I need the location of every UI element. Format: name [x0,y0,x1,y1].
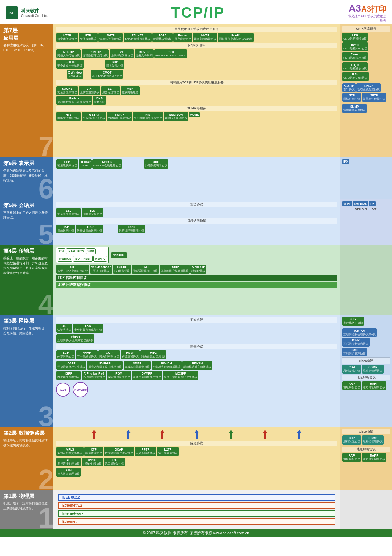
proto-lpr: LPRUNIX远程打印协议 [342,33,368,41]
up-arrows [56,429,337,440]
arrow-red-3 [263,430,267,439]
proto-ospf: OSPF开放最短路径优先协议 [56,361,86,370]
routing-protocols-label: 路由协议 [56,344,337,349]
proto-shttp: S-HTTP安全超文本传输协议 [56,60,84,68]
arrow-blue-3 [297,430,301,439]
proto-smb: SMB [86,248,96,254]
arrow-blue-1 [126,430,131,439]
layer3-content: 安全协议 AH认证头协议 ESP安全封装有效载荷协议 IP/IPv6互联网协议/… [53,315,340,427]
proto-ipinip: IPinIPIP套IP封装协议 [82,458,103,466]
addr-resolve-label-l2: 地址解析协议 [342,447,390,452]
proto-ethernet: Ethernet [58,518,335,525]
proto-xwindow: X-WindowX-Window [67,70,83,79]
layer3-security: AH认证头协议 ESP安全封装有效载荷协议 [56,323,337,333]
layer5-right-protocols: VFRP NeTBIOS IPX [342,201,390,207]
proto-ipx-l5: IPX [369,201,376,206]
proto-msrpc: MSRPC [93,256,107,262]
proto-dap: DAP目录访问协议 [56,225,75,233]
proto-icmpv6: ICMPv6互联网控制信息协议第6版 [342,328,377,337]
header: KL 科来软件 Colasoft Co., Ltd. TCP/IP A3A3打印… [0,0,392,24]
proto-xot: XOT基于TCP之上的X.25协议 [56,265,89,273]
layer3-routing2: OSPF开放最短路径优先协议 IE-IRGP增强内部网关路由选择协议 VRRP虚… [56,361,337,370]
a3-print-label: A3A3打印 [348,3,386,14]
layer7-desc: 第7层 应用层 各种应用程序协议，如HTTP、FTP、SMTP、POP3。 7 [0,24,53,157]
main-title: TCP/IP [48,4,348,21]
proto-xdp: XDP外部数据表示协议 [144,159,168,168]
proto-socks: SOCKS安全套接字协议 [56,86,78,95]
layer5-title: 第5层 会话层 [4,202,50,209]
layer3-right-main: SLIP串行线路IP协议 [342,316,390,326]
both-services-label: 同时使用TCP和UDP协议的应用层服务 [56,80,337,85]
layer3-routing: EGP外部网关协议 NHRP下一跳解析协议 GGP网关到网关协议 RSVP资源预… [56,350,337,359]
proto-rpc-l5: RPC远程过程调用用协议 [118,225,145,233]
proto-mobile-ip: Mobile IP移动IP协议 [190,265,206,273]
proto-nntp: NNTP网络新闻传输协议 [193,33,217,42]
proto-pim-dm: PIM-DM密集模式独立组播协议 [152,361,182,370]
proto-vfrp: VFRP [342,201,352,206]
vines-label: VINES NETRPC [342,207,390,211]
proto-ip-ipv6: IP/IPv6互联网协议/互联网协议第6版 [56,334,94,343]
layer3-title: 第3层 网络层 [4,318,50,324]
layer2-right: Cisco协议 CDP思科发现协议 CGMP思科组管理协议 地址解析协议 ARP… [340,427,392,490]
footer: © 2007 科来软件 版权所有 保留所有版权 www.colasoft.com… [0,529,392,537]
proto-van-jacobson: Van Jacobson压缩TCP协议 [90,265,112,273]
proto-mospf: MOSPF组播开放最短路径优先协议 [163,371,198,380]
layer3-desc: 第3层 网络层 控制子网的运行，如逻辑编址、分组传输、路由选择。 3 [0,315,53,427]
layer3-cisco: CDP思科发现协议 CGMP思科组管理协议 [342,364,390,374]
addr-resolve-label: 地址解析协议 [342,375,390,380]
layer3-ip: IP/IPv6互联网协议/互联网协议第6版 [56,334,337,343]
proto-l2tp: L2TP第二层隧道协议 [157,447,179,456]
arrow-red-1 [92,430,96,439]
proto-mpls: MPLS多协议标签交换协议 [56,447,84,456]
proto-nfs: NFS网络文件系统协议 [56,112,81,121]
proto-rwho: RwhoUNIX远程Who协议 [342,42,368,51]
netbios-label: NetBIOS [111,252,127,258]
layer7-description: 各种应用程序协议，如HTTP、FTP、SMTP、POP3。 [4,43,50,53]
layer5-directory: DAP目录访问协议 LDAP轻量级目录访问协议 RPC远程过程调用用协议 [56,224,337,234]
layer2-cisco: CDP思科发现协议 CGMP思科组管理协议 [342,435,390,445]
proto-rpc-hp: RPCRemote Process Comm. [154,49,187,58]
proto-imap4: IMAP4因特网信息访问协议第四版 [218,33,254,42]
layer3-security-label: 安全协议 [56,317,337,323]
layer4-main-protocols: XOT基于TCP之上的X.25协议 Van Jacobson压缩TCP协议 IS… [56,264,337,274]
proto-lpp: LPP轻量级表示协议 [56,159,78,168]
proto-icmp: ICMP互联网控制信息协议 [342,338,370,346]
proto-esp: ESP安全封装有效载荷协议 [73,324,103,332]
layer4-row: 第4层 传输层 接受上一层的数据，在必要的时候把数据进行分割，并将这些数据交给网… [0,245,392,315]
proto-pmap: PMAPSUN端口映射协议 [107,112,132,121]
hp-protocols-row: NTF HP网络文件传输协议 RDA HP远程数据库访问协议 VT虚拟终端仿真协… [56,49,337,59]
layer7-name: 应用层 [4,35,50,41]
proto-rexec: RexecUNIX远程执行协议 [342,52,368,61]
layer2-addr: ARP地址解析协议 RARP逆向地址解析协议 [342,453,390,462]
security-protocols-label: 安全协议 [56,202,337,207]
layer3-routing3: IGRP内部网关路由协议 RIPng for IPv6IPv6路由信息协议 PG… [56,371,337,380]
layer7-title: 第7层 [4,27,50,34]
unix-protocols: LPRUNIX远程打印协议 RwhoUNIX远程Who协议 RexecUNIX远… [342,32,390,61]
layer1-desc: 第1层 物理层 机械、电子、定时接口通信信道上的原始比特流传输。 1 [0,490,53,529]
layer4-title: 第4层 传输层 [4,248,50,254]
layer4-description: 接受上一层的数据，在必要的时候把数据进行分割，并将这些数据交给网络层，且保证这些… [4,256,50,276]
netware-circle: NetWare [73,382,88,397]
proto-decnet: DECnetNSP [79,159,92,168]
proto-rip2: RIP2路由信息协议第2版 [140,350,166,359]
proto-fanp: FANP流属性通知协议 [79,86,100,95]
proto-cdp-l2: CDP思科发现协议 [342,435,361,444]
tcp-services-label: 常见使用TCP协议的应用层服务 [56,27,337,32]
layer4-content: DSI IP NeTBIOS SMB NetBIOS ISO-TP SSP MS… [53,245,340,315]
proto-iso-de: ISO-DEISO开发环境 [113,265,131,273]
layer3-right-icmp: ICMPv6互联网控制信息协议第6版 ICMP互联网控制信息协议 IGMP互联网… [342,328,390,357]
x25-circle: X.25 [56,383,70,397]
proto-ieee8022: IEEE 802.2 [58,494,335,501]
layer4-right [340,245,392,315]
proto-vrrp: VRRP虚拟路由器冗余协议 [124,361,151,370]
svg-text:KL: KL [9,11,14,15]
layer2-row: 第2层 数据链路层 物理寻址，同时将原始比特流转变为逻辑传输线路。 2 隧道协议… [0,427,392,490]
layer7-row: 第7层 应用层 各种应用程序协议，如HTTP、FTP、SMTP、POP3。 7 … [0,24,392,157]
layer5-row: 第5层 会话层 不同机器上的用户之间建立及管理会话。 5 安全协议 SSL安全套… [0,199,392,245]
proto-dns: DNS域名系统 [93,96,106,105]
layer2-protocols: MPLS多协议标签交换协议 XTP极速传输协议 DCAP数据转接客户访问协议 P… [56,447,337,456]
proto-isotp: ISO-TP SSP [73,256,93,262]
proto-dhcp: DHCP动态主机配置协议 [356,83,381,92]
snmp-protocol: SNMP简单网络管理协议 [342,104,390,113]
cisco-protocols-label-l2: Cisco协议 [342,429,390,434]
